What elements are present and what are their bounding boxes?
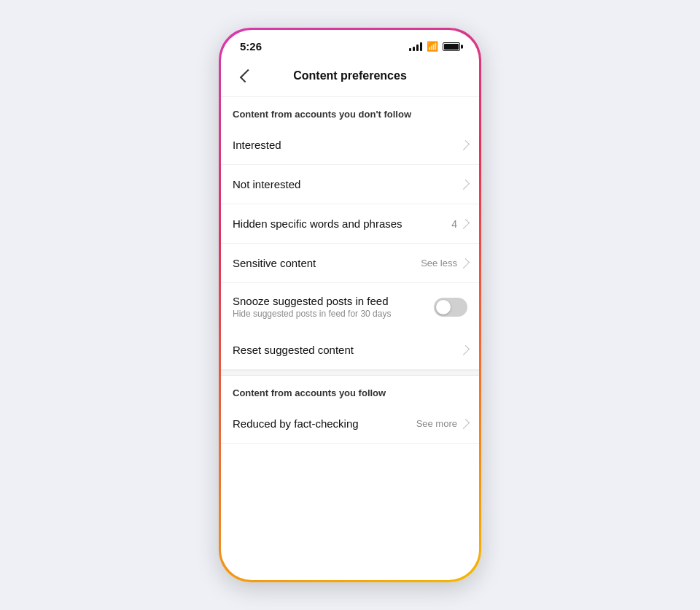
toggle-thumb (436, 300, 451, 314)
snooze-toggle[interactable] (434, 298, 467, 317)
menu-item-not-interested-left: Not interested (233, 178, 462, 190)
phone-screen: 5:26 📶 Content preferences (221, 30, 479, 580)
status-time: 5:26 (240, 40, 262, 53)
chevron-right-icon (459, 418, 470, 428)
back-button[interactable] (233, 64, 256, 88)
menu-item-interested-right (462, 141, 467, 150)
phone-border: 5:26 📶 Content preferences (219, 28, 481, 582)
menu-item-reset-right (462, 346, 467, 355)
menu-item-sensitive-content[interactable]: Sensitive content See less (221, 244, 479, 283)
status-icons: 📶 (409, 41, 460, 52)
menu-item-fact-checking[interactable]: Reduced by fact-checking See more (221, 404, 479, 444)
content-area: Content from accounts you don't follow I… (221, 97, 479, 580)
status-bar: 5:26 📶 (221, 30, 479, 58)
section-header-follow: Content from accounts you follow (221, 376, 479, 404)
page-header: Content preferences (221, 58, 479, 97)
menu-item-not-interested[interactable]: Not interested (221, 165, 479, 204)
menu-item-not-interested-label: Not interested (233, 178, 462, 190)
hidden-words-badge: 4 (451, 218, 457, 230)
menu-item-interested[interactable]: Interested (221, 126, 479, 165)
phone-frame: 5:26 📶 Content preferences (219, 28, 481, 582)
section-divider (221, 370, 479, 376)
menu-item-snooze-label: Snooze suggested posts in feed (233, 295, 434, 307)
menu-item-reset-left: Reset suggested content (233, 344, 462, 356)
wifi-icon: 📶 (427, 41, 438, 52)
signal-icon (409, 42, 422, 51)
menu-item-snooze-right (434, 298, 467, 317)
menu-item-interested-left: Interested (233, 139, 462, 151)
chevron-right-icon (459, 344, 470, 355)
chevron-right-icon (459, 258, 470, 268)
menu-item-fact-checking-left: Reduced by fact-checking (233, 417, 416, 430)
menu-item-sensitive-right: See less (421, 258, 467, 269)
sensitive-secondary: See less (421, 258, 457, 269)
section-header-not-follow: Content from accounts you don't follow (221, 97, 479, 126)
back-chevron-icon (239, 69, 252, 82)
menu-item-snooze-left: Snooze suggested posts in feed Hide sugg… (233, 295, 434, 319)
chevron-right-icon (459, 139, 470, 150)
menu-item-sensitive-label: Sensitive content (233, 257, 421, 269)
menu-item-fact-checking-right: See more (416, 418, 467, 429)
menu-item-hidden-words-right: 4 (451, 218, 467, 230)
menu-item-hidden-words[interactable]: Hidden specific words and phrases 4 (221, 204, 479, 244)
menu-item-snooze-sublabel: Hide suggested posts in feed for 30 days (233, 309, 434, 319)
page-title: Content preferences (293, 69, 407, 82)
menu-item-sensitive-left: Sensitive content (233, 257, 421, 269)
menu-item-snooze[interactable]: Snooze suggested posts in feed Hide sugg… (221, 283, 479, 331)
battery-icon (443, 42, 460, 51)
menu-item-reset-label: Reset suggested content (233, 344, 462, 356)
menu-item-not-interested-right (462, 180, 467, 189)
chevron-right-icon (459, 179, 470, 189)
menu-item-fact-checking-label: Reduced by fact-checking (233, 417, 416, 430)
menu-item-reset[interactable]: Reset suggested content (221, 331, 479, 370)
fact-checking-secondary: See more (416, 418, 457, 429)
menu-item-hidden-words-left: Hidden specific words and phrases (233, 217, 451, 230)
menu-item-hidden-words-label: Hidden specific words and phrases (233, 217, 451, 230)
menu-item-interested-label: Interested (233, 139, 462, 151)
chevron-right-icon (459, 218, 470, 228)
